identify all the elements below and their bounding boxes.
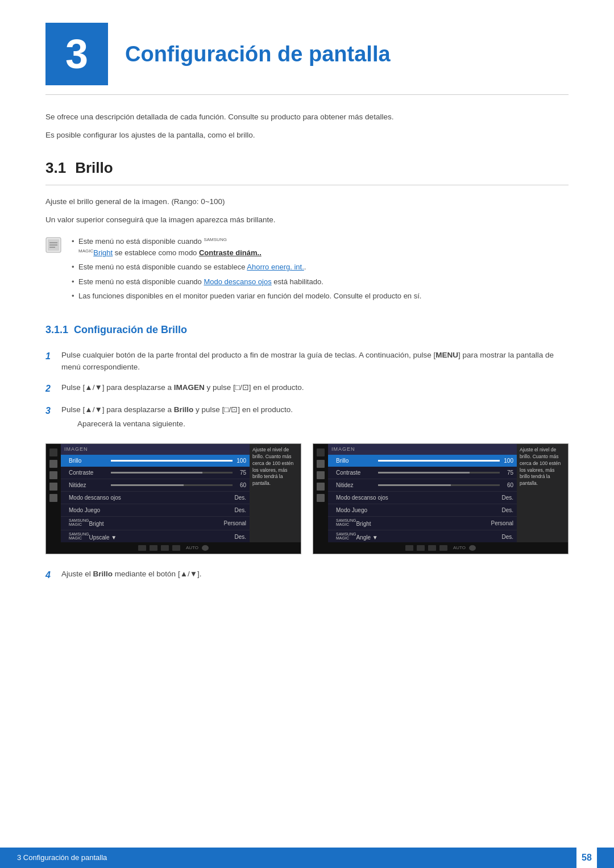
- page-container: 3 Configuración de pantalla Se ofrece un…: [0, 0, 614, 636]
- modo-descanso-link[interactable]: Modo descanso ojos: [204, 277, 271, 286]
- sidebar-icon-1: [49, 448, 57, 456]
- step-3-content: Pulse [▲/▼] para desplazarse a Brillo y …: [61, 404, 293, 430]
- step-1: 1 Pulse cualquier botón de la parte fron…: [45, 349, 569, 373]
- menu-item-nitidez-left: Nitidez 60: [61, 479, 250, 492]
- subsection-number: 3.1.1: [45, 324, 68, 335]
- menu-item-magic-angle-right: SAMSUNGMAGICAngle ▼ Des.: [328, 530, 517, 542]
- step-3-number: 3: [45, 404, 56, 418]
- chapter-title-area: Configuración de pantalla: [125, 38, 391, 70]
- step-1-number: 1: [45, 350, 56, 363]
- menu-item-brillo-right: Brillo 100: [328, 455, 517, 467]
- btn-3-right: [428, 545, 436, 551]
- note-item-2: Este menú no está disponible cuando se e…: [69, 261, 569, 273]
- menu-item-magic-upscale-left: SAMSUNGMAGICUpscale ▼ Des.: [61, 530, 250, 542]
- footer-label: 3 Configuración de pantalla: [17, 852, 107, 863]
- step-3-sub: Aparecerá la ventana siguiente.: [77, 418, 293, 430]
- bottom-bar-right: AUTO: [313, 542, 568, 554]
- tooltip-right: Ajuste el nivel de brillo. Cuanto más ce…: [517, 444, 568, 542]
- auto-label-right: AUTO: [453, 545, 466, 551]
- menu-item-magic-bright-right: SAMSUNGMAGICBright Personal: [328, 517, 517, 530]
- note-box: Este menú no está disponible cuando SAMS…: [45, 236, 569, 305]
- step-4-text: Ajuste el Brillo mediante el botón [▲/▼]…: [61, 568, 202, 580]
- menu-left: IMAGEN Brillo 100 Contraste: [61, 444, 250, 542]
- sidebar-left: [46, 444, 61, 542]
- brillo-val-right: 100: [502, 456, 513, 465]
- sidebar-icon-4r: [317, 483, 325, 491]
- btn-1-left: [138, 545, 146, 551]
- menu-item-magic-bright-left: SAMSUNGMAGICBright Personal: [61, 517, 250, 530]
- menu-item-descanso-right: Modo descanso ojos Des.: [328, 492, 517, 504]
- section-desc2: Un valor superior conseguirá que la imag…: [45, 214, 569, 226]
- btn-1-right: [405, 545, 413, 551]
- ahorro-link[interactable]: Ahorro energ. int.: [247, 263, 304, 271]
- chapter-title: Configuración de pantalla: [125, 38, 391, 70]
- note-item-3: Este menú no está disponible cuando Modo…: [69, 276, 569, 288]
- subsection-title-text: Configuración de Brillo: [74, 324, 187, 335]
- sidebar-icon-4: [49, 483, 57, 491]
- note-icon: [45, 237, 61, 253]
- page-number: 58: [576, 848, 597, 868]
- menu-item-nitidez-right: Nitidez 60: [328, 479, 517, 492]
- sidebar-icon-5: [49, 494, 57, 502]
- section-3-1: 3.1 Brillo Ajuste el brillo general de l…: [45, 157, 569, 582]
- menu-item-brillo-left: Brillo 100: [61, 455, 250, 467]
- power-btn-right: [469, 545, 476, 551]
- btn-2-left: [150, 545, 157, 551]
- btn-2-right: [417, 545, 425, 551]
- page-footer: 3 Configuración de pantalla 58: [0, 848, 614, 868]
- step-4-number: 4: [45, 568, 56, 582]
- brillo-val-left: 100: [235, 456, 246, 465]
- contraste-bar-left: [111, 472, 202, 474]
- sidebar-icon-2r: [317, 460, 325, 468]
- chapter-desc1: Se ofrece una descripción detallada de c…: [45, 111, 569, 123]
- screenshots-row: IMAGEN Brillo 100 Contraste: [45, 443, 569, 554]
- section-title: Brillo: [75, 157, 113, 179]
- tooltip-left: Ajuste el nivel de brillo. Cuanto más ce…: [250, 444, 301, 542]
- menu-item-contraste-left: Contraste 75: [61, 467, 250, 479]
- step-2: 2 Pulse [▲/▼] para desplazarse a IMAGEN …: [45, 381, 569, 396]
- nitidez-bar-left: [111, 484, 184, 486]
- brillo-label-right: Brillo: [336, 456, 376, 465]
- step-4: 4 Ajuste el Brillo mediante el botón [▲/…: [45, 568, 569, 582]
- menu-header-right: IMAGEN: [328, 444, 517, 455]
- section-number: 3.1: [45, 157, 66, 179]
- step-2-number: 2: [45, 382, 56, 396]
- contraste-bar-right: [378, 472, 470, 474]
- step-2-text: Pulse [▲/▼] para desplazarse a IMAGEN y …: [61, 381, 304, 394]
- sidebar-icon-5r: [317, 494, 325, 502]
- chapter-number-text: 3: [65, 23, 88, 85]
- brillo-label-left: Brillo: [69, 456, 109, 465]
- sidebar-icon-3: [49, 471, 57, 479]
- btn-3-left: [161, 545, 169, 551]
- btn-4-left: [172, 545, 180, 551]
- contraste-link[interactable]: Contraste dinám..: [199, 248, 262, 257]
- magic-bright-link[interactable]: Bright: [93, 248, 113, 257]
- menu-item-juego-left: Modo Juego Des.: [61, 504, 250, 517]
- menu-item-juego-right: Modo Juego Des.: [328, 504, 517, 517]
- sidebar-right: [313, 444, 328, 542]
- step-1-text: Pulse cualquier botón de la parte fronta…: [61, 349, 569, 373]
- sidebar-icon-1r: [317, 448, 325, 456]
- btn-4-right: [439, 545, 447, 551]
- chapter-number: 3: [45, 23, 108, 85]
- sidebar-icon-3r: [317, 471, 325, 479]
- subsection-title: 3.1.1 Configuración de Brillo: [45, 322, 569, 338]
- note-item-4: Las funciones disponibles en el monitor …: [69, 290, 569, 302]
- note-content: Este menú no está disponible cuando SAMS…: [69, 236, 569, 305]
- monitor-left: IMAGEN Brillo 100 Contraste: [45, 443, 301, 554]
- brillo-bar-left: [111, 460, 233, 462]
- power-btn-left: [202, 545, 209, 551]
- menu-right: IMAGEN Brillo 100 Contraste: [328, 444, 517, 542]
- menu-item-contraste-right: Contraste 75: [328, 467, 517, 479]
- bottom-bar-left: AUTO: [46, 542, 301, 554]
- chapter-desc2: Es posible configurar los ajustes de la …: [45, 129, 569, 142]
- step-3-text: Pulse [▲/▼] para desplazarse a Brillo y …: [61, 404, 293, 416]
- section-desc1: Ajuste el brillo general de la imagen. (…: [45, 196, 569, 208]
- sidebar-icon-2: [49, 460, 57, 468]
- auto-label-left: AUTO: [186, 545, 198, 551]
- step-3: 3 Pulse [▲/▼] para desplazarse a Brillo …: [45, 404, 569, 430]
- monitor-right: IMAGEN Brillo 100 Contraste: [313, 443, 569, 554]
- brillo-bar-right: [378, 460, 500, 462]
- menu-header-left: IMAGEN: [61, 444, 250, 455]
- nitidez-bar-right: [378, 484, 451, 486]
